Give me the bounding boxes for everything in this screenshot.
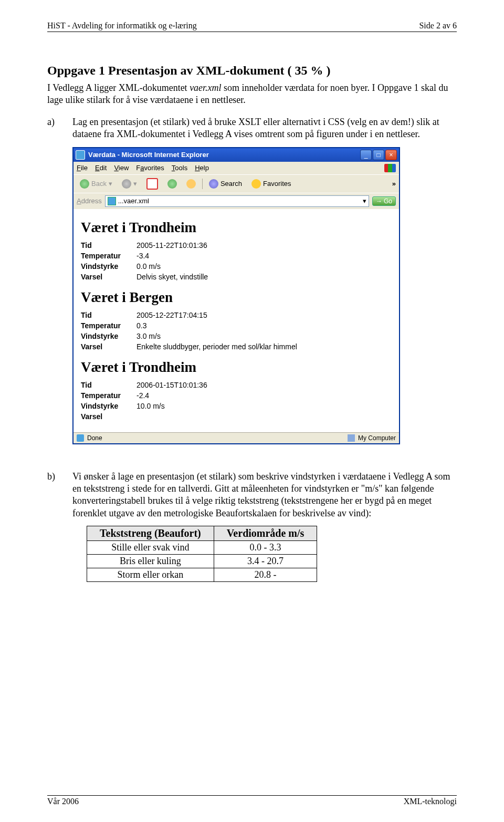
home-button[interactable] [183, 178, 199, 190]
search-button[interactable]: Search [206, 178, 245, 190]
menu-view[interactable]: View [114, 164, 129, 172]
table-header: Verdiområde m/s [214, 526, 317, 541]
intro-paragraph: I Vedlegg A ligger XML-dokumentet vaer.x… [47, 82, 457, 107]
page-content: Været i Trondheim Tid2005-11-22T10:01:36… [74, 209, 399, 432]
weather-table: Tid2005-11-22T10:01:36 Temperatur-3.4 Vi… [81, 240, 211, 282]
header-right: Side 2 av 6 [419, 21, 457, 30]
filename: vaer.xml [190, 82, 221, 93]
close-button[interactable]: × [385, 150, 397, 160]
ie-icon [76, 150, 85, 160]
weather-table: Tid2005-12-22T17:04:15 Temperatur0.3 Vin… [81, 310, 300, 352]
forward-icon [122, 179, 131, 189]
windows-flag-icon [384, 164, 396, 172]
beaufort-table: Tekststreng (Beaufort) Verdiområde m/s S… [87, 526, 317, 582]
window-title: Værdata - Microsoft Internet Explorer [88, 151, 359, 159]
item-a-text: Lag en presentasjon (et stilark) ved å b… [72, 116, 457, 141]
zone-icon [348, 434, 355, 442]
section-heading: Været i Bergen [81, 289, 392, 306]
item-b-marker: b) [47, 471, 72, 520]
titlebar: Værdata - Microsoft Internet Explorer _ … [74, 148, 399, 162]
footer-left: Vår 2006 [47, 797, 79, 806]
page-status-icon [77, 434, 84, 442]
search-icon [209, 179, 218, 189]
address-bar: Address ...vaer.xml ▾ → Go [74, 193, 399, 209]
toolbar: Back ▾ ▾ Search Favorites » [74, 174, 399, 193]
back-button[interactable]: Back ▾ [77, 178, 116, 190]
status-zone: My Computer [358, 434, 396, 442]
chevron-down-icon: ▾ [133, 180, 137, 188]
weather-table: Tid2006-01-15T10:01:36 Temperatur-2.4 Vi… [81, 380, 211, 422]
menu-help[interactable]: Help [195, 164, 209, 172]
page-footer: Vår 2006 XML-teknologi [47, 795, 457, 806]
minimize-button[interactable]: _ [360, 150, 372, 160]
toolbar-overflow-icon[interactable]: » [392, 180, 396, 188]
dropdown-icon[interactable]: ▾ [363, 197, 366, 205]
page-favicon-icon [108, 197, 116, 205]
refresh-button[interactable] [164, 178, 180, 190]
menu-tools[interactable]: Tools [172, 164, 187, 172]
back-icon [80, 179, 89, 189]
menu-file[interactable]: File [77, 164, 88, 172]
refresh-icon [167, 179, 177, 189]
table-row: Stille eller svak vind0.0 - 3.3 [87, 541, 317, 555]
star-icon [251, 179, 261, 189]
item-a: a) Lag en presentasjon (et stilark) ved … [47, 116, 457, 141]
address-label: Address [77, 197, 102, 205]
menu-favorites[interactable]: Favorites [136, 164, 164, 172]
task-title: Oppgave 1 Presentasjon av XML-dokument (… [47, 64, 457, 78]
footer-right: XML-teknologi [404, 797, 457, 806]
menubar: File Edit View Favorites Tools Help [74, 162, 399, 174]
statusbar: Done My Computer [74, 432, 399, 443]
table-row: Storm eller orkan20.8 - [87, 568, 317, 582]
table-header-row: Tekststreng (Beaufort) Verdiområde m/s [87, 526, 317, 541]
item-a-marker: a) [47, 116, 72, 141]
favorites-button[interactable]: Favorites [248, 178, 294, 190]
maximize-button[interactable]: □ [373, 150, 384, 160]
stop-icon [146, 178, 158, 190]
chevron-down-icon: ▾ [109, 180, 112, 188]
table-row: Bris eller kuling3.4 - 20.7 [87, 555, 317, 568]
section-heading: Været i Trondheim [81, 359, 392, 376]
forward-button[interactable]: ▾ [119, 178, 140, 190]
stop-button[interactable] [143, 177, 161, 191]
status-done: Done [87, 434, 102, 442]
page-header: HiST - Avdeling for informatikk og e-lær… [47, 21, 457, 32]
home-icon [186, 179, 196, 189]
item-b-text: Vi ønsker å lage en presentasjon (et sti… [72, 471, 457, 520]
table-header: Tekststreng (Beaufort) [87, 526, 214, 541]
menu-edit[interactable]: Edit [95, 164, 107, 172]
header-left: HiST - Avdeling for informatikk og e-lær… [47, 21, 197, 30]
section-heading: Været i Trondheim [81, 220, 392, 236]
go-button[interactable]: → Go [372, 196, 396, 206]
ie-window: Værdata - Microsoft Internet Explorer _ … [72, 147, 400, 444]
address-input[interactable]: ...vaer.xml ▾ [105, 195, 369, 207]
item-b: b) Vi ønsker å lage en presentasjon (et … [47, 471, 457, 520]
